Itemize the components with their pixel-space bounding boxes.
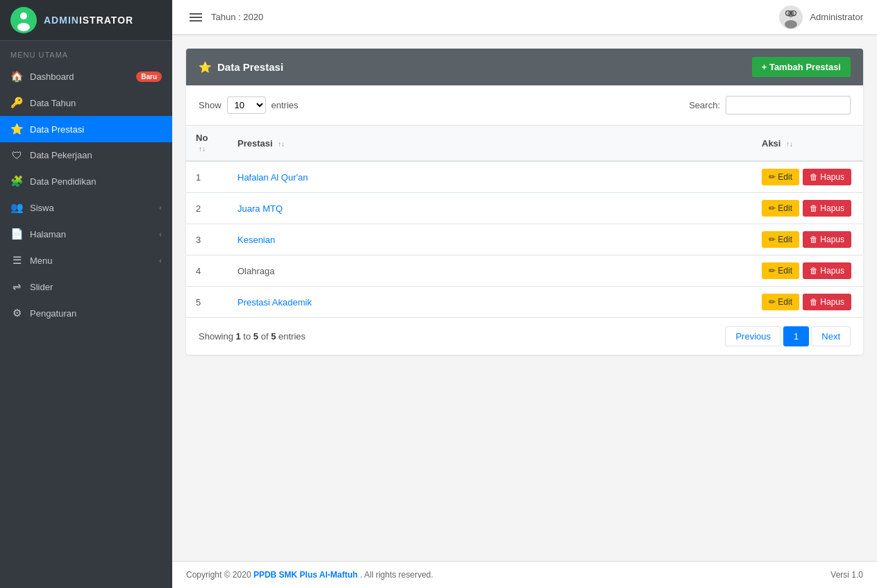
sidebar-item-data-pendidikan[interactable]: 🧩 Data Pendidikan <box>0 168 172 194</box>
main-area: Tahun : 2020 Administ <box>172 0 877 588</box>
add-prestasi-button[interactable]: + Tambah Prestasi <box>752 57 851 77</box>
entries-label: entries <box>272 100 299 110</box>
search-box: Search: <box>689 96 851 115</box>
delete-button[interactable]: 🗑 Hapus <box>803 200 851 217</box>
data-table: No ↑↓ Prestasi ↑↓ Aksi ↑↓ <box>186 125 863 318</box>
showing-text: Showing 1 to 5 of 5 entries <box>199 331 306 342</box>
showing-to: 5 <box>253 331 258 342</box>
sidebar-item-label: Dashboard <box>30 72 129 82</box>
table-footer: Showing 1 to 5 of 5 entries Previous 1 N… <box>186 318 863 355</box>
table-row: 4Olahraga✏ Edit🗑 Hapus <box>186 255 863 287</box>
showing-of: 5 <box>271 331 276 342</box>
edit-button[interactable]: ✏ Edit <box>762 231 799 248</box>
delete-button[interactable]: 🗑 Hapus <box>803 231 851 248</box>
copyright-text: Copyright © 2020 <box>186 570 251 580</box>
sidebar-item-siswa[interactable]: 👥 Siswa ‹ <box>0 194 172 221</box>
sidebar-item-label: Data Pendidikan <box>30 176 162 187</box>
svg-point-2 <box>17 23 30 31</box>
showing-from: 1 <box>235 331 240 342</box>
next-button[interactable]: Next <box>811 326 851 346</box>
cell-aksi: ✏ Edit🗑 Hapus <box>752 287 863 318</box>
edit-button[interactable]: ✏ Edit <box>762 200 799 217</box>
avatar <box>779 6 803 29</box>
sort-icon-prestasi: ↑↓ <box>278 140 285 148</box>
pagination: Previous 1 Next <box>725 326 851 346</box>
prestasi-link[interactable]: Juara MTQ <box>237 203 283 214</box>
page-footer: Copyright © 2020 PPDB SMK Plus Al-Maftuh… <box>172 561 877 588</box>
star-icon: ⭐ <box>10 123 23 135</box>
edit-button[interactable]: ✏ Edit <box>762 294 799 310</box>
sidebar-item-slider[interactable]: ⇌ Slider <box>0 274 172 300</box>
action-buttons: ✏ Edit🗑 Hapus <box>762 294 853 310</box>
table-row: 2Juara MTQ✏ Edit🗑 Hapus <box>186 193 863 224</box>
action-buttons: ✏ Edit🗑 Hapus <box>762 200 853 217</box>
cell-no: 4 <box>186 255 228 287</box>
svg-point-5 <box>785 20 797 28</box>
prestasi-link[interactable]: Hafalan Al Qur'an <box>237 172 308 183</box>
edit-button[interactable]: ✏ Edit <box>762 169 799 185</box>
search-input[interactable] <box>726 96 851 115</box>
cell-aksi: ✏ Edit🗑 Hapus <box>752 161 863 193</box>
cell-no: 3 <box>186 224 228 255</box>
sidebar-item-data-pekerjaan[interactable]: 🛡 Data Pekerjaan <box>0 142 172 168</box>
cell-aksi: ✏ Edit🗑 Hapus <box>752 255 863 287</box>
sidebar-item-label: Data Tahun <box>30 98 162 108</box>
entries-suffix: entries <box>278 331 306 342</box>
page-content: ⭐ Data Prestasi + Tambah Prestasi Show 1… <box>172 35 877 561</box>
sidebar-item-label: Slider <box>30 282 162 292</box>
year-label: Tahun : 2020 <box>211 12 263 22</box>
hamburger-icon[interactable] <box>186 10 206 25</box>
sidebar-item-label: Siswa <box>30 203 152 213</box>
show-label: Show <box>199 100 222 110</box>
sort-icon-no: ↑↓ <box>199 145 206 153</box>
gear-icon: ⚙ <box>10 307 23 319</box>
page-1-button[interactable]: 1 <box>783 326 809 346</box>
card-title: ⭐ Data Prestasi <box>199 61 283 74</box>
table-row: 3Kesenian✏ Edit🗑 Hapus <box>186 224 863 255</box>
table-row: 5Prestasi Akademik✏ Edit🗑 Hapus <box>186 287 863 318</box>
of-label: of <box>261 331 271 342</box>
site-link[interactable]: PPDB SMK Plus Al-Maftuh <box>253 570 358 580</box>
sidebar-item-menu[interactable]: ☰ Menu ‹ <box>0 247 172 274</box>
prestasi-link[interactable]: Kesenian <box>237 235 275 245</box>
prestasi-link[interactable]: Prestasi Akademik <box>237 297 312 308</box>
delete-button[interactable]: 🗑 Hapus <box>803 262 851 279</box>
top-header: Tahun : 2020 Administ <box>172 0 877 35</box>
edit-button[interactable]: ✏ Edit <box>762 262 799 279</box>
col-header-prestasi: Prestasi ↑↓ <box>228 126 752 162</box>
previous-button[interactable]: Previous <box>725 326 781 346</box>
sort-icon-aksi: ↑↓ <box>786 140 793 148</box>
key-icon: 🔑 <box>10 96 23 109</box>
cell-prestasi: Kesenian <box>228 224 752 255</box>
logo-icon <box>10 7 37 33</box>
action-buttons: ✏ Edit🗑 Hapus <box>762 231 853 248</box>
sidebar-item-label: Halaman <box>30 229 152 240</box>
sidebar-item-label: Menu <box>30 255 152 266</box>
card-header: ⭐ Data Prestasi + Tambah Prestasi <box>186 49 863 85</box>
sidebar-item-halaman[interactable]: 📄 Halaman ‹ <box>0 221 172 247</box>
new-badge: Baru <box>136 72 162 82</box>
sidebar-logo: ADMINISTRATOR <box>0 0 172 41</box>
showing-label: Showing <box>199 331 235 342</box>
data-prestasi-card: ⭐ Data Prestasi + Tambah Prestasi Show 1… <box>186 49 863 355</box>
delete-button[interactable]: 🗑 Hapus <box>803 169 851 185</box>
cell-prestasi: Hafalan Al Qur'an <box>228 161 752 193</box>
chevron-icon: ‹ <box>159 203 162 212</box>
sidebar-item-data-prestasi[interactable]: ⭐ Data Prestasi <box>0 116 172 142</box>
cell-prestasi: Prestasi Akademik <box>228 287 752 318</box>
star-title-icon: ⭐ <box>199 61 212 74</box>
chevron-icon: ‹ <box>159 256 162 264</box>
header-left: Tahun : 2020 <box>186 10 263 25</box>
puzzle-icon: 🧩 <box>10 175 23 187</box>
logo-title: ADMINISTRATOR <box>44 15 133 26</box>
entries-select[interactable]: 10 25 50 100 <box>227 96 266 114</box>
table-row: 1Hafalan Al Qur'an✏ Edit🗑 Hapus <box>186 161 863 193</box>
chevron-icon: ‹ <box>159 230 162 238</box>
sidebar-item-dashboard[interactable]: 🏠 Dashboard Baru <box>0 63 172 90</box>
sidebar-item-pengaturan[interactable]: ⚙ Pengaturan <box>0 300 172 326</box>
col-header-aksi: Aksi ↑↓ <box>752 126 863 162</box>
cell-no: 1 <box>186 161 228 193</box>
sidebar-item-label: Pengaturan <box>30 308 162 319</box>
sidebar-item-data-tahun[interactable]: 🔑 Data Tahun <box>0 90 172 116</box>
delete-button[interactable]: 🗑 Hapus <box>803 294 851 310</box>
